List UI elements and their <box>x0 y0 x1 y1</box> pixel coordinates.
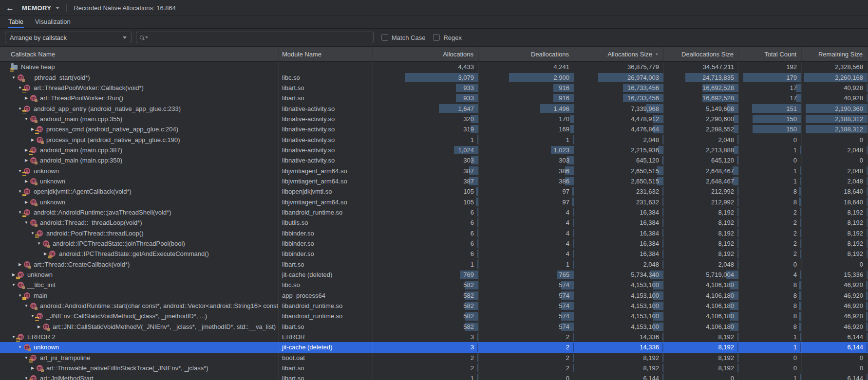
remaining-size-cell: 46,920 <box>802 301 868 311</box>
regex-checkbox[interactable]: Regex <box>433 34 462 41</box>
expand-arrow-icon[interactable]: ▶ <box>29 138 36 142</box>
allocations-cell: 6 <box>373 238 479 249</box>
deallocations-size-cell: 8,192 <box>664 249 739 259</box>
table-row[interactable]: ▶mprocess_cmd (android_native_app_glue.c… <box>0 124 868 134</box>
total-count-cell: 0 <box>739 363 802 373</box>
allocations-size-value: 14,336 <box>640 344 659 351</box>
search-options-caret-icon[interactable] <box>145 36 148 38</box>
callstack-label: art::ThreadPoolWorker::Callback(void*) <box>34 84 144 91</box>
column-header-module-name[interactable]: Module Name <box>279 47 373 61</box>
collapse-arrow-icon[interactable]: ▼ <box>17 345 23 349</box>
table-row[interactable]: Native heap4,4334,24136,875,77934,547,21… <box>0 62 868 72</box>
table-row[interactable]: ▼mandroid::IPCThreadState::joinThreadPoo… <box>0 238 868 249</box>
total-count-cell: 1 <box>739 373 802 380</box>
match-case-checkbox[interactable]: Match Case <box>381 34 425 41</box>
table-row[interactable]: ▶mart::JNI::CallStaticVoidMethodV(_JNIEn… <box>0 322 868 332</box>
deallocations-value: 1,023 <box>553 146 569 154</box>
collapse-arrow-icon[interactable]: ▼ <box>10 75 17 80</box>
callstack-label: _JNIEnv::CallStaticVoidMethod(_jclass*, … <box>46 312 207 320</box>
expand-arrow-icon[interactable]: ▶ <box>17 262 23 267</box>
deallocations-size-value: 8,192 <box>718 354 734 362</box>
tab-visualization[interactable]: Visualization <box>35 16 71 28</box>
table-row[interactable]: ▶mandroid::IPCThreadState::getAndExecute… <box>0 249 868 259</box>
table-row[interactable]: ▼munknownjit-cache (deleted)3214,3368,19… <box>0 342 868 352</box>
table-row[interactable]: ▼m__libc_initlibc.so5825744,153,1004,106… <box>0 280 868 290</box>
collapse-arrow-icon[interactable]: ▼ <box>10 283 17 287</box>
table-row[interactable]: ▼m__pthread_start(void*)libc.so3,0792,90… <box>0 72 868 82</box>
arrange-by-value: Arrange by callstack <box>10 34 67 41</box>
table-row[interactable]: ▶mandroid_main (main.cpp:350)libnative-a… <box>0 155 868 165</box>
table-row[interactable]: ▶mprocess_input (android_native_app_glue… <box>0 134 868 145</box>
table-row[interactable]: ▼mmainapp_process645825744,153,1004,106,… <box>0 290 868 301</box>
expand-arrow-icon[interactable]: ▶ <box>23 158 30 163</box>
table-row[interactable]: ▼mandroid_app_entry (android_native_app_… <box>0 103 868 113</box>
expand-arrow-icon[interactable]: ▶ <box>23 200 30 204</box>
badge-tan-icon <box>35 182 38 185</box>
table-row[interactable]: ▶mart::Thread::CreateCallback(void*)liba… <box>0 259 868 270</box>
value-bar <box>799 323 801 331</box>
table-row[interactable]: ▶munknownjit-cache (deleted)7697655,734,… <box>0 270 868 280</box>
table-row[interactable]: ▶mart::Throwable_nativeFillInStackTrace(… <box>0 363 868 373</box>
badge-tan-icon <box>41 369 44 372</box>
table-row[interactable]: ▼mandroid::AndroidRuntime::javaThreadShe… <box>0 207 868 217</box>
callstack-cell: ▶mandroid::IPCThreadState::getAndExecute… <box>0 249 279 259</box>
table-row[interactable]: ▼mandroid_main (main.cpp:355)libnative-a… <box>0 114 868 124</box>
callstack-label: art::JniMethodStart <box>40 375 94 380</box>
table-row[interactable]: ▼m_JNIEnv::CallStaticVoidMethod(_jclass*… <box>0 311 868 321</box>
value-bar <box>662 198 663 206</box>
allocations-size-value: 6,144 <box>643 375 659 380</box>
deallocations-cell: 4 <box>479 238 574 249</box>
search-field[interactable] <box>136 32 374 43</box>
callstack-label: android::IPCThreadState::getAndExecuteCo… <box>59 250 209 257</box>
expand-arrow-icon[interactable]: ▶ <box>23 179 30 183</box>
column-header-total-count[interactable]: Total Count <box>739 47 802 61</box>
tab-table[interactable]: Table <box>8 16 24 28</box>
method-icon: m <box>30 178 37 185</box>
allocations-size-value: 16,384 <box>640 250 659 257</box>
collapse-arrow-icon[interactable]: ▼ <box>23 117 30 121</box>
expand-arrow-icon[interactable]: ▶ <box>23 96 30 100</box>
column-header-deallocations-size[interactable]: Deallocations Size <box>664 47 739 61</box>
expand-arrow-icon[interactable]: ▶ <box>29 366 36 370</box>
column-header-allocations-size[interactable]: Allocations Size ▼ <box>574 47 664 61</box>
table-row[interactable]: ▼mandroid::AndroidRuntime::start(char co… <box>0 301 868 311</box>
remaining-size-value: 2,188,312 <box>835 115 863 123</box>
collapse-arrow-icon[interactable]: ▼ <box>23 304 30 308</box>
table-row[interactable]: ▼mERROR 2ERROR3214,3368,19216,144 <box>0 332 868 342</box>
column-header-allocations[interactable]: Allocations <box>373 47 479 61</box>
badge-tan-icon <box>35 99 38 102</box>
total-count-value: 8 <box>793 323 797 330</box>
module-name-cell: libandroid_runtime.so <box>279 207 373 217</box>
table-row[interactable]: ▼mandroid::Thread::_threadLoop(void*)lib… <box>0 217 868 228</box>
value-bar <box>800 218 801 227</box>
search-input[interactable] <box>150 34 370 41</box>
collapse-arrow-icon[interactable]: ▼ <box>23 220 30 225</box>
expand-arrow-icon[interactable]: ▶ <box>36 325 42 329</box>
arrange-by-dropdown[interactable]: Arrange by callstack <box>5 32 132 43</box>
table-row[interactable]: ▼mart::ThreadPoolWorker::Callback(void*)… <box>0 83 868 93</box>
memory-session-dropdown[interactable]: MEMORY <box>22 4 59 12</box>
table-row[interactable]: ▶munknownlibjvmtiagent_arm64.so3873862,6… <box>0 176 868 186</box>
table-row[interactable]: ▼mopenjdkjvmti::AgentCallback(void*)libo… <box>0 186 868 197</box>
remaining-size-value: 2,048 <box>847 146 863 154</box>
table-row[interactable]: ▼mart_jni_trampolineboot.oat228,1928,192… <box>0 353 868 363</box>
column-header-callstack-name[interactable]: Callstack Name <box>0 47 279 61</box>
badge-lines-icon <box>22 214 26 217</box>
table-row[interactable]: ▼munknownlibjvmtiagent_arm64.so3873862,6… <box>0 165 868 176</box>
badge-tan-icon <box>35 307 38 310</box>
tree-indent <box>4 119 23 119</box>
table-row[interactable]: ▶mandroid_main (main.cpp:387)libnative-a… <box>0 145 868 155</box>
callstack-label: unknown <box>34 344 59 351</box>
value-bar <box>800 177 801 185</box>
table-row[interactable]: ▼mart::JniMethodStartlibart.so106,144016… <box>0 373 868 380</box>
deallocations-size-cell: 16,692,528 <box>664 93 739 103</box>
table-row[interactable]: ▶mart::ThreadPoolWorker::Run()libart.so9… <box>0 93 868 103</box>
column-header-remaining-size[interactable]: Remaining Size <box>802 47 868 61</box>
deallocations-size-cell: 4,106,180 <box>664 322 739 332</box>
remaining-size-value: 2,328,568 <box>835 63 863 71</box>
table-row[interactable]: ▼mandroid::PoolThread::threadLoop()libbi… <box>0 228 868 238</box>
table-row[interactable]: ▶munknownlibjvmtiagent_arm64.so10597231,… <box>0 197 868 207</box>
column-header-deallocations[interactable]: Deallocations <box>479 47 574 61</box>
collapse-arrow-icon[interactable]: ▼ <box>36 241 42 246</box>
back-button[interactable]: ← <box>6 4 14 12</box>
